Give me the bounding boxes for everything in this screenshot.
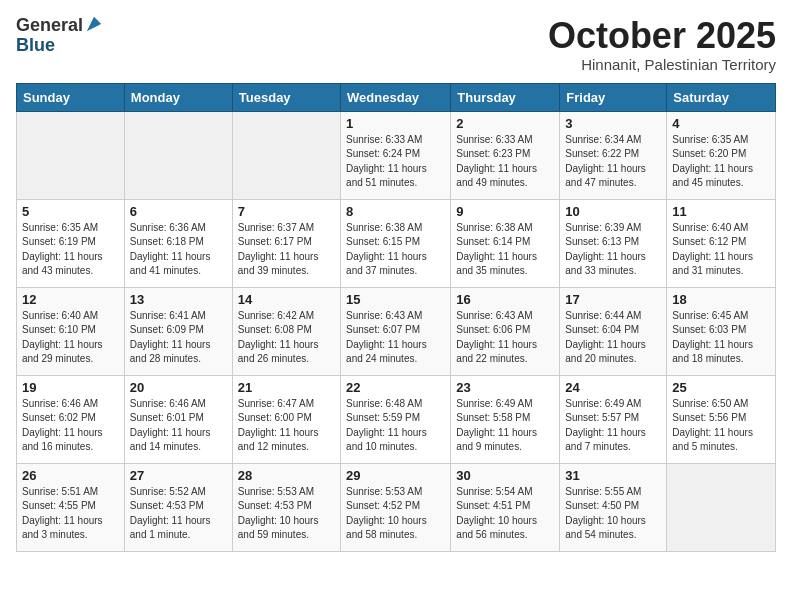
calendar-cell: 31Sunrise: 5:55 AM Sunset: 4:50 PM Dayli…: [560, 463, 667, 551]
calendar-cell: 25Sunrise: 6:50 AM Sunset: 5:56 PM Dayli…: [667, 375, 776, 463]
day-info: Sunrise: 5:53 AM Sunset: 4:53 PM Dayligh…: [238, 485, 335, 543]
day-info: Sunrise: 6:35 AM Sunset: 6:19 PM Dayligh…: [22, 221, 119, 279]
calendar-cell: 12Sunrise: 6:40 AM Sunset: 6:10 PM Dayli…: [17, 287, 125, 375]
calendar-cell: 15Sunrise: 6:43 AM Sunset: 6:07 PM Dayli…: [341, 287, 451, 375]
calendar-cell: 5Sunrise: 6:35 AM Sunset: 6:19 PM Daylig…: [17, 199, 125, 287]
logo: General Blue: [16, 16, 103, 56]
day-info: Sunrise: 6:45 AM Sunset: 6:03 PM Dayligh…: [672, 309, 770, 367]
day-number: 12: [22, 292, 119, 307]
day-number: 16: [456, 292, 554, 307]
day-info: Sunrise: 6:43 AM Sunset: 6:07 PM Dayligh…: [346, 309, 445, 367]
calendar-cell: 17Sunrise: 6:44 AM Sunset: 6:04 PM Dayli…: [560, 287, 667, 375]
day-number: 10: [565, 204, 661, 219]
calendar-cell: 14Sunrise: 6:42 AM Sunset: 6:08 PM Dayli…: [232, 287, 340, 375]
weekday-header-row: SundayMondayTuesdayWednesdayThursdayFrid…: [17, 83, 776, 111]
day-number: 25: [672, 380, 770, 395]
day-number: 26: [22, 468, 119, 483]
weekday-header-tuesday: Tuesday: [232, 83, 340, 111]
day-number: 11: [672, 204, 770, 219]
calendar-cell: 23Sunrise: 6:49 AM Sunset: 5:58 PM Dayli…: [451, 375, 560, 463]
calendar-table: SundayMondayTuesdayWednesdayThursdayFrid…: [16, 83, 776, 552]
day-number: 6: [130, 204, 227, 219]
day-number: 22: [346, 380, 445, 395]
weekday-header-wednesday: Wednesday: [341, 83, 451, 111]
day-number: 19: [22, 380, 119, 395]
day-number: 8: [346, 204, 445, 219]
day-info: Sunrise: 6:49 AM Sunset: 5:58 PM Dayligh…: [456, 397, 554, 455]
calendar-week-row: 5Sunrise: 6:35 AM Sunset: 6:19 PM Daylig…: [17, 199, 776, 287]
calendar-cell: 30Sunrise: 5:54 AM Sunset: 4:51 PM Dayli…: [451, 463, 560, 551]
day-info: Sunrise: 6:40 AM Sunset: 6:12 PM Dayligh…: [672, 221, 770, 279]
day-info: Sunrise: 6:33 AM Sunset: 6:23 PM Dayligh…: [456, 133, 554, 191]
calendar-cell: 8Sunrise: 6:38 AM Sunset: 6:15 PM Daylig…: [341, 199, 451, 287]
calendar-cell: 24Sunrise: 6:49 AM Sunset: 5:57 PM Dayli…: [560, 375, 667, 463]
day-info: Sunrise: 6:34 AM Sunset: 6:22 PM Dayligh…: [565, 133, 661, 191]
calendar-cell: [17, 111, 125, 199]
day-info: Sunrise: 6:46 AM Sunset: 6:01 PM Dayligh…: [130, 397, 227, 455]
day-number: 2: [456, 116, 554, 131]
calendar-cell: 3Sunrise: 6:34 AM Sunset: 6:22 PM Daylig…: [560, 111, 667, 199]
day-number: 30: [456, 468, 554, 483]
calendar-cell: 29Sunrise: 5:53 AM Sunset: 4:52 PM Dayli…: [341, 463, 451, 551]
day-info: Sunrise: 6:48 AM Sunset: 5:59 PM Dayligh…: [346, 397, 445, 455]
weekday-header-saturday: Saturday: [667, 83, 776, 111]
day-info: Sunrise: 6:38 AM Sunset: 6:15 PM Dayligh…: [346, 221, 445, 279]
calendar-cell: 13Sunrise: 6:41 AM Sunset: 6:09 PM Dayli…: [124, 287, 232, 375]
day-number: 9: [456, 204, 554, 219]
weekday-header-sunday: Sunday: [17, 83, 125, 111]
day-number: 13: [130, 292, 227, 307]
calendar-cell: 1Sunrise: 6:33 AM Sunset: 6:24 PM Daylig…: [341, 111, 451, 199]
weekday-header-thursday: Thursday: [451, 83, 560, 111]
logo-icon: [85, 15, 103, 33]
day-number: 31: [565, 468, 661, 483]
day-number: 7: [238, 204, 335, 219]
day-info: Sunrise: 6:37 AM Sunset: 6:17 PM Dayligh…: [238, 221, 335, 279]
calendar-cell: 18Sunrise: 6:45 AM Sunset: 6:03 PM Dayli…: [667, 287, 776, 375]
calendar-cell: 10Sunrise: 6:39 AM Sunset: 6:13 PM Dayli…: [560, 199, 667, 287]
day-info: Sunrise: 6:49 AM Sunset: 5:57 PM Dayligh…: [565, 397, 661, 455]
day-info: Sunrise: 6:33 AM Sunset: 6:24 PM Dayligh…: [346, 133, 445, 191]
day-number: 14: [238, 292, 335, 307]
day-info: Sunrise: 5:55 AM Sunset: 4:50 PM Dayligh…: [565, 485, 661, 543]
day-info: Sunrise: 6:40 AM Sunset: 6:10 PM Dayligh…: [22, 309, 119, 367]
calendar-cell: [232, 111, 340, 199]
calendar-cell: 20Sunrise: 6:46 AM Sunset: 6:01 PM Dayli…: [124, 375, 232, 463]
page-header: General Blue October 2025 Hinnanit, Pale…: [16, 16, 776, 73]
calendar-cell: 22Sunrise: 6:48 AM Sunset: 5:59 PM Dayli…: [341, 375, 451, 463]
day-number: 17: [565, 292, 661, 307]
day-number: 29: [346, 468, 445, 483]
calendar-cell: 7Sunrise: 6:37 AM Sunset: 6:17 PM Daylig…: [232, 199, 340, 287]
calendar-cell: 28Sunrise: 5:53 AM Sunset: 4:53 PM Dayli…: [232, 463, 340, 551]
day-number: 18: [672, 292, 770, 307]
day-number: 27: [130, 468, 227, 483]
calendar-cell: 19Sunrise: 6:46 AM Sunset: 6:02 PM Dayli…: [17, 375, 125, 463]
day-info: Sunrise: 6:38 AM Sunset: 6:14 PM Dayligh…: [456, 221, 554, 279]
location-subtitle: Hinnanit, Palestinian Territory: [548, 56, 776, 73]
day-info: Sunrise: 6:35 AM Sunset: 6:20 PM Dayligh…: [672, 133, 770, 191]
weekday-header-friday: Friday: [560, 83, 667, 111]
day-number: 15: [346, 292, 445, 307]
day-info: Sunrise: 6:39 AM Sunset: 6:13 PM Dayligh…: [565, 221, 661, 279]
day-number: 23: [456, 380, 554, 395]
day-number: 4: [672, 116, 770, 131]
logo-blue-text: Blue: [16, 35, 55, 55]
day-info: Sunrise: 6:42 AM Sunset: 6:08 PM Dayligh…: [238, 309, 335, 367]
day-info: Sunrise: 6:47 AM Sunset: 6:00 PM Dayligh…: [238, 397, 335, 455]
calendar-week-row: 1Sunrise: 6:33 AM Sunset: 6:24 PM Daylig…: [17, 111, 776, 199]
calendar-cell: 27Sunrise: 5:52 AM Sunset: 4:53 PM Dayli…: [124, 463, 232, 551]
calendar-cell: 21Sunrise: 6:47 AM Sunset: 6:00 PM Dayli…: [232, 375, 340, 463]
month-title: October 2025: [548, 16, 776, 56]
day-info: Sunrise: 6:46 AM Sunset: 6:02 PM Dayligh…: [22, 397, 119, 455]
day-number: 1: [346, 116, 445, 131]
day-number: 24: [565, 380, 661, 395]
calendar-cell: 6Sunrise: 6:36 AM Sunset: 6:18 PM Daylig…: [124, 199, 232, 287]
calendar-week-row: 12Sunrise: 6:40 AM Sunset: 6:10 PM Dayli…: [17, 287, 776, 375]
day-number: 20: [130, 380, 227, 395]
calendar-cell: 4Sunrise: 6:35 AM Sunset: 6:20 PM Daylig…: [667, 111, 776, 199]
logo-general-text: General: [16, 16, 83, 36]
day-info: Sunrise: 5:52 AM Sunset: 4:53 PM Dayligh…: [130, 485, 227, 543]
calendar-cell: 26Sunrise: 5:51 AM Sunset: 4:55 PM Dayli…: [17, 463, 125, 551]
day-info: Sunrise: 6:43 AM Sunset: 6:06 PM Dayligh…: [456, 309, 554, 367]
svg-marker-0: [87, 17, 101, 31]
day-info: Sunrise: 5:51 AM Sunset: 4:55 PM Dayligh…: [22, 485, 119, 543]
